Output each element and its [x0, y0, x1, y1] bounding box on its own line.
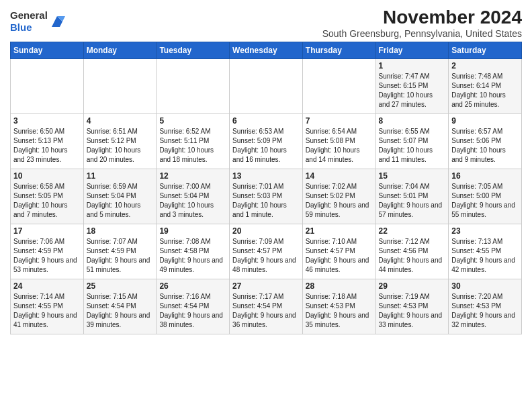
cell-w2-d2: 4Sunrise: 6:51 AM Sunset: 5:12 PM Daylig… [83, 114, 157, 169]
cell-w1-d5 [302, 59, 375, 114]
day-number: 7 [306, 116, 373, 126]
day-number: 20 [232, 226, 300, 236]
calendar-container: General Blue November 2024 South Greensb… [0, 0, 532, 338]
calendar-body: 1Sunrise: 7:47 AM Sunset: 6:15 PM Daylig… [11, 59, 522, 334]
cell-w5-d3: 26Sunrise: 7:16 AM Sunset: 4:54 PM Dayli… [157, 279, 230, 334]
day-info: Sunrise: 7:17 AM Sunset: 4:54 PM Dayligh… [232, 292, 300, 330]
day-info: Sunrise: 7:48 AM Sunset: 6:14 PM Dayligh… [451, 72, 519, 109]
day-info: Sunrise: 6:53 AM Sunset: 5:09 PM Dayligh… [232, 127, 300, 165]
cell-w4-d6: 22Sunrise: 7:12 AM Sunset: 4:56 PM Dayli… [375, 224, 449, 279]
cell-w3-d7: 16Sunrise: 7:05 AM Sunset: 5:00 PM Dayli… [449, 169, 522, 224]
col-monday: Monday [83, 42, 157, 59]
day-number: 11 [87, 171, 154, 181]
cell-w4-d5: 21Sunrise: 7:10 AM Sunset: 4:57 PM Dayli… [302, 224, 375, 279]
day-number: 30 [451, 281, 519, 291]
day-number: 29 [379, 281, 446, 291]
cell-w2-d3: 5Sunrise: 6:52 AM Sunset: 5:11 PM Daylig… [157, 114, 230, 169]
cell-w5-d7: 30Sunrise: 7:20 AM Sunset: 4:53 PM Dayli… [449, 279, 522, 334]
subtitle: South Greensburg, Pennsylvania, United S… [322, 28, 522, 39]
week-row-4: 17Sunrise: 7:06 AM Sunset: 4:59 PM Dayli… [11, 224, 522, 279]
col-wednesday: Wednesday [230, 42, 303, 59]
logo-icon [49, 13, 65, 30]
cell-w5-d6: 29Sunrise: 7:19 AM Sunset: 4:53 PM Dayli… [375, 279, 449, 334]
day-info: Sunrise: 6:57 AM Sunset: 5:06 PM Dayligh… [451, 127, 519, 165]
header-area: General Blue November 2024 South Greensb… [10, 7, 522, 39]
cell-w1-d6: 1Sunrise: 7:47 AM Sunset: 6:15 PM Daylig… [375, 59, 449, 114]
day-number: 26 [159, 281, 226, 291]
week-row-3: 10Sunrise: 6:58 AM Sunset: 5:05 PM Dayli… [11, 169, 522, 224]
day-info: Sunrise: 7:15 AM Sunset: 4:54 PM Dayligh… [87, 292, 154, 330]
logo-blue: Blue [10, 21, 32, 33]
day-info: Sunrise: 7:20 AM Sunset: 4:53 PM Dayligh… [451, 292, 519, 330]
cell-w2-d6: 8Sunrise: 6:55 AM Sunset: 5:07 PM Daylig… [375, 114, 449, 169]
day-number: 22 [379, 226, 446, 236]
day-number: 8 [379, 116, 446, 126]
cell-w2-d5: 7Sunrise: 6:54 AM Sunset: 5:08 PM Daylig… [302, 114, 375, 169]
day-number: 23 [451, 226, 519, 236]
col-thursday: Thursday [302, 42, 375, 59]
day-number: 19 [159, 226, 226, 236]
day-number: 15 [379, 171, 446, 181]
cell-w1-d3 [157, 59, 230, 114]
day-info: Sunrise: 6:51 AM Sunset: 5:12 PM Dayligh… [87, 127, 154, 165]
day-number: 4 [87, 116, 154, 126]
calendar-header: Sunday Monday Tuesday Wednesday Thursday… [11, 42, 522, 59]
cell-w3-d2: 11Sunrise: 6:59 AM Sunset: 5:04 PM Dayli… [83, 169, 157, 224]
cell-w1-d2 [83, 59, 157, 114]
week-row-1: 1Sunrise: 7:47 AM Sunset: 6:15 PM Daylig… [11, 59, 522, 114]
day-number: 2 [451, 61, 519, 71]
day-info: Sunrise: 7:04 AM Sunset: 5:01 PM Dayligh… [379, 182, 446, 220]
day-number: 14 [306, 171, 373, 181]
title-area: November 2024 South Greensburg, Pennsylv… [322, 7, 522, 39]
cell-w2-d4: 6Sunrise: 6:53 AM Sunset: 5:09 PM Daylig… [230, 114, 303, 169]
day-number: 10 [13, 171, 81, 181]
day-info: Sunrise: 7:13 AM Sunset: 4:55 PM Dayligh… [451, 237, 519, 275]
day-info: Sunrise: 7:00 AM Sunset: 5:04 PM Dayligh… [159, 182, 226, 220]
day-number: 1 [379, 61, 446, 71]
cell-w4-d7: 23Sunrise: 7:13 AM Sunset: 4:55 PM Dayli… [449, 224, 522, 279]
day-number: 13 [232, 171, 300, 181]
day-info: Sunrise: 7:02 AM Sunset: 5:02 PM Dayligh… [306, 182, 373, 220]
calendar-table: Sunday Monday Tuesday Wednesday Thursday… [10, 42, 522, 334]
cell-w5-d2: 25Sunrise: 7:15 AM Sunset: 4:54 PM Dayli… [83, 279, 157, 334]
day-number: 3 [13, 116, 81, 126]
day-info: Sunrise: 6:54 AM Sunset: 5:08 PM Dayligh… [306, 127, 373, 165]
day-info: Sunrise: 7:10 AM Sunset: 4:57 PM Dayligh… [306, 237, 373, 275]
cell-w2-d7: 9Sunrise: 6:57 AM Sunset: 5:06 PM Daylig… [449, 114, 522, 169]
day-info: Sunrise: 7:14 AM Sunset: 4:55 PM Dayligh… [13, 292, 81, 330]
cell-w4-d4: 20Sunrise: 7:09 AM Sunset: 4:57 PM Dayli… [230, 224, 303, 279]
logo: General Blue [10, 9, 65, 34]
day-number: 16 [451, 171, 519, 181]
cell-w5-d4: 27Sunrise: 7:17 AM Sunset: 4:54 PM Dayli… [230, 279, 303, 334]
logo-text: General Blue [10, 9, 48, 34]
logo-general: General [10, 9, 48, 21]
day-number: 6 [232, 116, 300, 126]
day-info: Sunrise: 7:08 AM Sunset: 4:58 PM Dayligh… [159, 237, 226, 275]
day-number: 12 [159, 171, 226, 181]
day-info: Sunrise: 7:12 AM Sunset: 4:56 PM Dayligh… [379, 237, 446, 275]
day-number: 18 [87, 226, 154, 236]
cell-w1-d4 [230, 59, 303, 114]
day-number: 21 [306, 226, 373, 236]
day-info: Sunrise: 6:59 AM Sunset: 5:04 PM Dayligh… [87, 182, 154, 220]
cell-w5-d1: 24Sunrise: 7:14 AM Sunset: 4:55 PM Dayli… [11, 279, 84, 334]
day-number: 24 [13, 281, 81, 291]
cell-w3-d6: 15Sunrise: 7:04 AM Sunset: 5:01 PM Dayli… [375, 169, 449, 224]
day-number: 27 [232, 281, 300, 291]
cell-w3-d3: 12Sunrise: 7:00 AM Sunset: 5:04 PM Dayli… [157, 169, 230, 224]
cell-w4-d1: 17Sunrise: 7:06 AM Sunset: 4:59 PM Dayli… [11, 224, 84, 279]
month-title: November 2024 [322, 7, 522, 28]
day-info: Sunrise: 7:09 AM Sunset: 4:57 PM Dayligh… [232, 237, 300, 275]
header-row: Sunday Monday Tuesday Wednesday Thursday… [11, 42, 522, 59]
cell-w4-d2: 18Sunrise: 7:07 AM Sunset: 4:59 PM Dayli… [83, 224, 157, 279]
week-row-2: 3Sunrise: 6:50 AM Sunset: 5:13 PM Daylig… [11, 114, 522, 169]
day-info: Sunrise: 7:47 AM Sunset: 6:15 PM Dayligh… [379, 72, 446, 109]
day-number: 25 [87, 281, 154, 291]
day-info: Sunrise: 7:01 AM Sunset: 5:03 PM Dayligh… [232, 182, 300, 220]
day-info: Sunrise: 6:52 AM Sunset: 5:11 PM Dayligh… [159, 127, 226, 165]
cell-w4-d3: 19Sunrise: 7:08 AM Sunset: 4:58 PM Dayli… [157, 224, 230, 279]
cell-w3-d4: 13Sunrise: 7:01 AM Sunset: 5:03 PM Dayli… [230, 169, 303, 224]
day-info: Sunrise: 7:19 AM Sunset: 4:53 PM Dayligh… [379, 292, 446, 330]
day-info: Sunrise: 7:16 AM Sunset: 4:54 PM Dayligh… [159, 292, 226, 330]
day-info: Sunrise: 6:50 AM Sunset: 5:13 PM Dayligh… [13, 127, 81, 165]
